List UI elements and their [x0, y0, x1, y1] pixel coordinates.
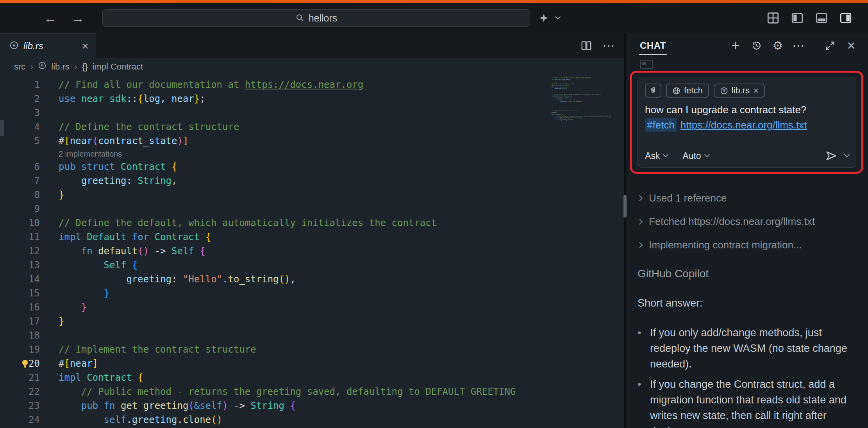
collapsed-reference-row[interactable]: Used 1 reference	[638, 186, 856, 210]
chat-input-tag-line[interactable]: #fetchhttps://docs.near.org/llms.txt	[645, 119, 849, 131]
attach-context-button[interactable]	[645, 84, 661, 98]
code-line[interactable]: 19// Implement the contract structure	[0, 342, 624, 357]
code-line[interactable]: 24 self.greeting.clone()	[0, 413, 624, 427]
chat-more-actions-icon[interactable]: ⋯	[793, 39, 805, 52]
new-chat-icon[interactable]: +	[730, 39, 741, 53]
code-line[interactable]: 16 }	[0, 300, 624, 314]
code-text: }	[59, 316, 64, 327]
line-number[interactable]: 4	[0, 121, 40, 132]
code-line[interactable]: 7 greeting: String,	[0, 174, 624, 188]
code-line[interactable]: 17}	[0, 314, 624, 328]
chat-tab-title[interactable]: CHAT	[639, 34, 667, 57]
sash-drag-handle[interactable]	[623, 195, 627, 218]
fetch-url-link[interactable]: https://docs.near.org/llms.txt	[680, 119, 807, 131]
line-number[interactable]: 13	[0, 260, 40, 271]
context-chips: fetchRlib.rs×	[666, 84, 765, 98]
mode-dropdown[interactable]: Ask	[645, 151, 668, 161]
code-line[interactable]: 23 pub fn get_greeting(&self) -> String …	[0, 399, 624, 413]
line-number[interactable]: 15	[0, 288, 40, 299]
toggle-panel-bottom-icon[interactable]	[815, 11, 828, 25]
code-line[interactable]: 14 greeting: "Hello".to_string(),	[0, 272, 624, 286]
forward-arrow-icon[interactable]: →	[71, 11, 84, 25]
code-line[interactable]: 24 self.greeting.clone()	[549, 119, 618, 121]
line-number[interactable]: 12	[0, 246, 40, 257]
chat-input-text[interactable]: how can I upgrade a contract state?	[645, 104, 849, 116]
code-line[interactable]: 2use near_sdk::{log, near};	[0, 92, 624, 106]
code-line[interactable]: 10// Define the default, which automatic…	[0, 216, 624, 230]
maximize-panel-icon[interactable]	[824, 40, 836, 51]
send-button[interactable]	[825, 150, 849, 162]
code-text: use near_sdk::{log, near};	[59, 93, 205, 104]
settings-gear-icon[interactable]: ⚙	[772, 40, 784, 52]
back-arrow-icon[interactable]: ←	[44, 11, 57, 25]
line-number[interactable]: 10	[0, 218, 40, 228]
code-text: // Find all our documentation at https:/…	[552, 77, 591, 79]
code-line[interactable]: 18	[0, 328, 624, 342]
toggle-sidebar-right-icon[interactable]	[839, 11, 852, 25]
split-editor-icon[interactable]	[580, 40, 592, 52]
line-number[interactable]: 7	[0, 175, 40, 186]
code-line[interactable]: 13 Self {	[0, 258, 624, 272]
minimap[interactable]: 1// Find all our documentation at https:…	[547, 75, 618, 428]
line-number[interactable]: 19	[0, 344, 40, 355]
line-number[interactable]: 5	[0, 136, 40, 146]
line-number[interactable]: 23	[0, 400, 40, 411]
code-editor[interactable]: 1// Find all our documentation at https:…	[0, 75, 624, 428]
line-number[interactable]: 16	[0, 302, 40, 313]
line-number[interactable]: 8	[0, 189, 40, 200]
customize-layout-icon[interactable]	[766, 11, 780, 25]
line-number[interactable]: 17	[0, 316, 40, 327]
answer-bullet: •If you change the Contract struct, add …	[638, 376, 856, 428]
line-number[interactable]: 22	[0, 386, 40, 397]
code-line[interactable]: 8}	[0, 188, 624, 202]
code-line[interactable]: 12 fn default() -> Self {	[0, 244, 624, 258]
line-number[interactable]: 2	[0, 93, 40, 104]
context-chip-lib-rs[interactable]: Rlib.rs×	[714, 84, 765, 98]
breadcrumb-file[interactable]: lib.rs	[51, 62, 69, 72]
code-line[interactable]: 6pub struct Contract {	[0, 160, 624, 174]
code-line[interactable]: 15 }	[0, 286, 624, 300]
code-line[interactable]: 1// Find all our documentation at https:…	[0, 78, 624, 92]
line-number[interactable]: 18	[0, 330, 40, 341]
line-number[interactable]: 9	[0, 203, 40, 214]
line-number[interactable]: 6	[0, 161, 40, 172]
collapsed-reference-row[interactable]: Implementing contract migration...	[638, 233, 856, 257]
tab-close-icon[interactable]: ×	[82, 40, 89, 52]
editor-more-actions-icon[interactable]: ⋯	[602, 38, 616, 53]
code-lens[interactable]: 2 implementations	[0, 148, 624, 160]
command-center-search[interactable]: hellors	[102, 9, 530, 27]
code-line[interactable]: 21impl Contract {	[0, 371, 624, 385]
line-number[interactable]: 14	[0, 274, 40, 285]
line-number[interactable]: 11	[0, 232, 40, 243]
chat-input-box[interactable]: fetchRlib.rs× how can I upgrade a contra…	[638, 77, 856, 168]
code-line[interactable]: 4// Define the contract structure	[0, 120, 624, 134]
line-number[interactable]: 24	[0, 414, 40, 425]
search-input[interactable]: hellors	[309, 12, 338, 24]
copilot-menu-button[interactable]	[538, 12, 560, 24]
breadcrumb-symbol[interactable]: impl Contract	[92, 62, 143, 72]
chip-close-icon[interactable]: ×	[753, 86, 759, 95]
lightbulb-icon[interactable]	[20, 358, 30, 369]
code-line[interactable]: 20#[near]	[0, 357, 624, 371]
toggle-sidebar-left-icon[interactable]	[791, 11, 804, 25]
close-panel-icon[interactable]: ×	[845, 39, 857, 53]
code-text: }	[59, 189, 64, 200]
line-number[interactable]: 1	[0, 79, 40, 90]
code-line[interactable]: 11impl Default for Contract {	[0, 230, 624, 244]
code-line[interactable]: 3	[0, 106, 624, 120]
chat-history-icon[interactable]	[751, 40, 763, 51]
code-text: }	[552, 103, 558, 104]
code-text: pub struct Contract {	[552, 86, 567, 88]
breadcrumb-folder[interactable]: src	[14, 62, 25, 72]
fetch-tag[interactable]: #fetch	[645, 118, 677, 132]
model-dropdown[interactable]: Auto	[682, 151, 709, 161]
code-text: #[near]	[552, 112, 557, 113]
context-chip-fetch[interactable]: fetch	[666, 84, 709, 98]
line-number[interactable]: 21	[0, 372, 40, 383]
code-line[interactable]: 22 // Public method - returns the greeti…	[0, 385, 624, 399]
collapsed-reference-row[interactable]: Fetched https://docs.near.org/llms.txt	[638, 210, 856, 233]
code-line[interactable]: 9	[0, 202, 624, 216]
tab-lib-rs[interactable]: R lib.rs ×	[0, 33, 97, 58]
code-line[interactable]: 5#[near(contract_state)]	[0, 134, 624, 148]
line-number[interactable]: 3	[0, 107, 40, 118]
